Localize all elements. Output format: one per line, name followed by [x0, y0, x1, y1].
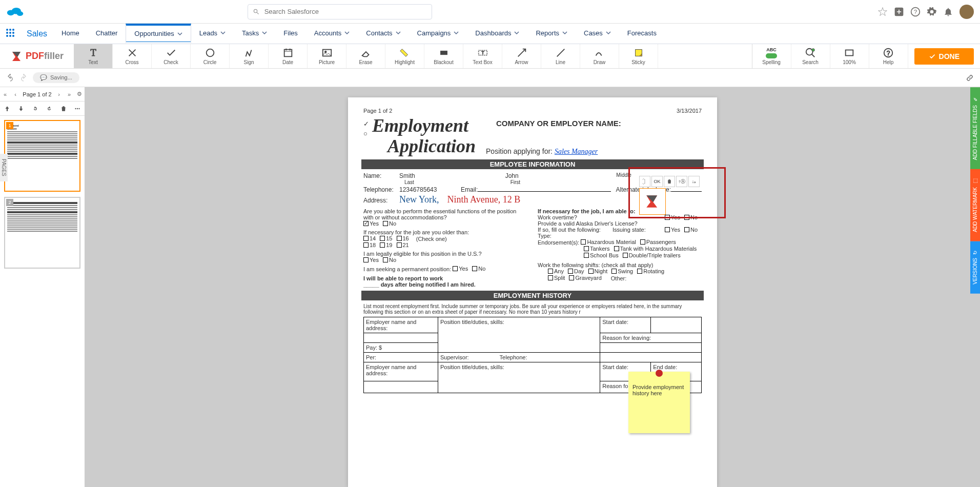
svg-text:T: T	[481, 51, 484, 55]
callout-move-icon[interactable]	[639, 176, 650, 187]
callout-size-down-icon[interactable]: ↓ₐ	[688, 176, 700, 187]
link-icon[interactable]	[966, 74, 974, 82]
telephone-value[interactable]: 12346785643	[399, 186, 451, 193]
more-icon[interactable]	[74, 105, 81, 112]
pdffiller-logo: PDFfiller	[0, 50, 74, 63]
favorite-icon[interactable]	[877, 7, 888, 17]
add-icon[interactable]	[894, 7, 904, 17]
address-street[interactable]: Ninth Avenue, 12 B	[447, 194, 521, 205]
done-button[interactable]: DONE	[914, 48, 974, 65]
circle-tool[interactable]: Circle	[191, 44, 230, 68]
last-name-value[interactable]: Smith	[399, 172, 415, 179]
svg-text:?: ?	[914, 8, 917, 15]
nav-item-cases[interactable]: Cases	[576, 24, 619, 44]
draw-tool[interactable]: Draw	[580, 44, 619, 68]
nav-item-opportunities[interactable]: Opportunities	[126, 24, 191, 44]
spelling-tool[interactable]: ABCSpelling	[752, 44, 791, 68]
svg-point-22	[324, 51, 326, 53]
help-tool[interactable]: ?Help	[869, 44, 908, 68]
nav-item-files[interactable]: Files	[275, 24, 305, 44]
search-input[interactable]	[248, 4, 432, 19]
svg-point-16	[206, 49, 214, 57]
pdffiller-logo-text: PDFfiller	[26, 51, 64, 62]
page-thumbnail[interactable]: 2	[4, 197, 80, 269]
add-fillable-fields-tab[interactable]: ADD FILLABLE FIELDS ✎	[970, 87, 980, 169]
pager-settings-icon[interactable]: ⚙	[74, 91, 85, 97]
inserted-image[interactable]	[639, 188, 666, 215]
nav-item-forecasts[interactable]: Forecasts	[619, 24, 665, 44]
add-watermark-tab[interactable]: ADD WATERMARK ⬚	[970, 169, 980, 241]
email-field[interactable]	[478, 191, 610, 192]
pager-next[interactable]: ›	[54, 91, 64, 97]
nav-item-campaigns[interactable]: Campaigns	[409, 24, 467, 44]
nav-item-chatter[interactable]: Chatter	[88, 24, 126, 44]
pager-first[interactable]: «	[0, 91, 10, 97]
pages-collapse-tab[interactable]: PAGES	[0, 154, 8, 181]
page-sidebar: « ‹ Page 1 of 2 › » ⚙ 1 ploymentlication	[0, 87, 85, 487]
main-area: « ‹ Page 1 of 2 › » ⚙ 1 ploymentlication	[0, 87, 980, 487]
user-avatar[interactable]	[959, 5, 974, 19]
text-tool[interactable]: TText	[74, 44, 113, 68]
radio-bullets: ✓○	[363, 120, 369, 137]
svg-point-35	[77, 108, 78, 109]
nav-item-dashboards[interactable]: Dashboards	[467, 24, 527, 44]
position-value[interactable]: Sales Manager	[555, 148, 598, 155]
undo-icon[interactable]	[6, 74, 14, 82]
notifications-icon[interactable]	[943, 7, 953, 17]
callout-size-up-icon[interactable]: ↑Ⓐ	[676, 176, 687, 187]
versions-tab[interactable]: VERSIONS ↻	[970, 241, 980, 294]
line-tool[interactable]: Line	[541, 44, 580, 68]
search-tool[interactable]: Search	[791, 44, 830, 68]
rotate-left-icon[interactable]	[32, 105, 39, 112]
check-tool[interactable]: Check	[152, 44, 191, 68]
doc-date: 3/13/2017	[677, 108, 702, 114]
nav-item-tasks[interactable]: Tasks	[234, 24, 275, 44]
sticky-note[interactable]: Provide employment history here	[628, 372, 690, 433]
erase-tool[interactable]: Erase	[346, 44, 385, 68]
date-tool[interactable]: Date	[269, 44, 308, 68]
status-bar: 💬Saving...	[0, 69, 980, 87]
zoom-tool[interactable]: 100%	[830, 44, 869, 68]
move-up-icon[interactable]	[4, 105, 11, 112]
cross-tool[interactable]: Cross	[113, 44, 152, 68]
picture-tool[interactable]: Picture	[308, 44, 346, 68]
arrow-tool[interactable]: Arrow	[502, 44, 541, 68]
svg-text:?: ?	[887, 50, 890, 57]
pager-prev[interactable]: ‹	[10, 91, 21, 97]
help-icon[interactable]: ?	[910, 7, 921, 17]
nav-item-leads[interactable]: Leads	[191, 24, 234, 44]
setup-gear-icon[interactable]	[927, 7, 937, 17]
nav-item-home[interactable]: Home	[53, 24, 88, 44]
move-down-icon[interactable]	[17, 105, 25, 112]
svg-point-8	[12, 29, 14, 31]
page-thumbnail[interactable]: 1 ploymentlication	[4, 120, 80, 192]
text-box-tool[interactable]: TText Box	[463, 44, 502, 68]
svg-point-14	[12, 35, 14, 37]
callout-ok-button[interactable]: OK	[651, 176, 663, 187]
address-city[interactable]: New York,	[399, 194, 439, 205]
delete-page-icon[interactable]	[60, 105, 67, 112]
document-viewport[interactable]: Page 1 of 2 3/13/2017 ✓○ Employment Appl…	[85, 87, 980, 487]
pin-icon	[656, 370, 663, 377]
nav-item-contacts[interactable]: Contacts	[358, 24, 409, 44]
rotate-right-icon[interactable]	[46, 105, 53, 112]
nav-item-accounts[interactable]: Accounts	[306, 24, 358, 44]
svg-point-11	[12, 32, 14, 34]
sticky-tool[interactable]: Sticky	[619, 44, 658, 68]
svg-rect-17	[284, 50, 292, 57]
callout-delete-icon[interactable]	[664, 176, 675, 187]
thumbnails-list: 1 ploymentlication 2	[0, 116, 85, 487]
nav-item-reports[interactable]: Reports	[527, 24, 576, 44]
pager-last[interactable]: »	[64, 91, 74, 97]
blackout-tool[interactable]: Blackout	[424, 44, 463, 68]
redo-icon[interactable]	[19, 74, 28, 82]
first-name-value[interactable]: John	[505, 172, 519, 179]
sign-tool[interactable]: Sign	[230, 44, 269, 68]
image-annotation-callout: OK ↑Ⓐ ↓ₐ	[628, 167, 726, 218]
header-actions: ?	[877, 5, 974, 19]
app-launcher-icon[interactable]	[0, 28, 21, 39]
svg-rect-23	[440, 51, 447, 54]
highlight-tool[interactable]: Highlight	[385, 44, 424, 68]
svg-point-12	[6, 35, 8, 37]
svg-point-6	[6, 29, 8, 31]
